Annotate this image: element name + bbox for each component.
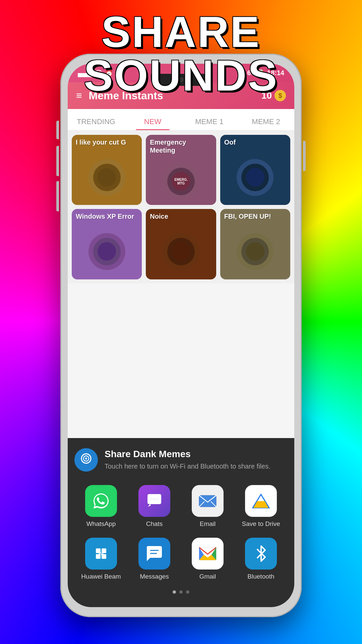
huawei-beam-icon: N xyxy=(85,538,117,570)
tab-bar: TRENDING NEW MEME 1 MEME 2 xyxy=(68,109,294,131)
meme-grid: I like your cut G Emergency Meeting EMER… xyxy=(68,131,294,283)
svg-text:N: N xyxy=(99,549,104,558)
page-dots xyxy=(74,590,288,594)
silent-button xyxy=(56,181,59,211)
share-wifi-bluetooth-icon xyxy=(74,448,98,472)
speaker-5 xyxy=(163,233,199,270)
share-app-bluetooth[interactable]: Bluetooth xyxy=(239,538,283,580)
speaker-1 xyxy=(88,159,125,196)
svg-point-2 xyxy=(85,458,87,460)
dot-3 xyxy=(186,590,189,594)
share-text-block: Share Dank Memes Touch here to turn on W… xyxy=(105,448,270,471)
svg-point-7 xyxy=(150,498,152,500)
speaker-4 xyxy=(88,233,125,270)
share-app-gmail[interactable]: Gmail xyxy=(186,538,230,580)
meme-image-4 xyxy=(72,224,142,279)
email-icon xyxy=(192,485,224,517)
page-title: SHARE SOUNDS xyxy=(0,10,362,97)
volume-down-button xyxy=(56,146,59,176)
meme-title-5: Noice xyxy=(146,209,216,224)
drive-icon xyxy=(245,485,277,517)
svg-point-9 xyxy=(157,498,159,500)
svg-point-8 xyxy=(154,498,156,500)
meme-card-4[interactable]: Windows XP Error xyxy=(72,209,142,279)
power-button xyxy=(303,141,306,171)
whatsapp-label: WhatsApp xyxy=(86,520,116,528)
share-apps-row1: WhatsApp xyxy=(74,485,288,528)
bluetooth-icon xyxy=(245,538,277,570)
meme-title-4: Windows XP Error xyxy=(72,209,142,224)
phone-screen: ▄▄▄ ⏰ ⚡ 68 🔋 18:14 ≡ Meme Instants xyxy=(68,64,294,607)
share-title: Share Dank Memes xyxy=(105,448,270,460)
tab-new[interactable]: NEW xyxy=(124,117,181,130)
messages-label: Messages xyxy=(140,573,169,580)
meme-card-3[interactable]: Oof xyxy=(220,135,290,205)
meme-card-1[interactable]: I like your cut G xyxy=(72,135,142,205)
phone-device: ▄▄▄ ⏰ ⚡ 68 🔋 18:14 ≡ Meme Instants xyxy=(60,54,302,617)
phone-frame: ▄▄▄ ⏰ ⚡ 68 🔋 18:14 ≡ Meme Instants xyxy=(60,54,302,617)
meme-image-2: EMERG. MTG xyxy=(146,158,216,205)
share-app-chats[interactable]: Chats xyxy=(133,485,176,528)
meme-card-6[interactable]: FBI, OPEN UP! xyxy=(220,209,290,279)
share-sheet: Share Dank Memes Touch here to turn on W… xyxy=(68,438,294,607)
meme-title-3: Oof xyxy=(220,135,290,150)
speaker-6 xyxy=(237,233,274,270)
page-title-area: SHARE SOUNDS xyxy=(0,10,362,97)
bluetooth-label: Bluetooth xyxy=(247,573,274,580)
gmail-label: Gmail xyxy=(199,573,216,580)
meme-image-3 xyxy=(220,150,290,205)
huawei-beam-label: Huawei Beam xyxy=(81,573,121,580)
messages-icon xyxy=(138,538,170,570)
meme-image-6 xyxy=(220,224,290,279)
share-header: Share Dank Memes Touch here to turn on W… xyxy=(74,448,288,472)
speaker-2: EMERG. MTG xyxy=(163,163,199,200)
chats-label: Chats xyxy=(146,520,163,528)
meme-image-1 xyxy=(72,150,142,205)
share-app-email[interactable]: Email xyxy=(186,485,230,528)
tab-meme1[interactable]: MEME 1 xyxy=(181,117,238,130)
whatsapp-icon xyxy=(85,485,117,517)
chats-icon xyxy=(138,485,170,517)
meme-title-1: I like your cut G xyxy=(72,135,142,150)
email-label: Email xyxy=(200,520,216,528)
tab-meme2[interactable]: MEME 2 xyxy=(238,117,294,130)
meme-title-2: Emergency Meeting xyxy=(146,135,216,158)
volume-up-button xyxy=(56,121,59,139)
share-app-whatsapp[interactable]: WhatsApp xyxy=(79,485,123,528)
meme-title-6: FBI, OPEN UP! xyxy=(220,209,290,224)
meme-card-5[interactable]: Noice xyxy=(146,209,216,279)
meme-image-5 xyxy=(146,224,216,279)
share-subtitle: Touch here to turn on Wi-Fi and Bluetoot… xyxy=(105,462,270,471)
meme-card-2[interactable]: Emergency Meeting EMERG. MTG xyxy=(146,135,216,205)
gmail-icon xyxy=(192,538,224,570)
share-app-huawei[interactable]: N Huawei Beam xyxy=(79,538,123,580)
share-app-drive[interactable]: Save to Drive xyxy=(239,485,283,528)
share-app-messages[interactable]: Messages xyxy=(133,538,176,580)
tab-trending[interactable]: TRENDING xyxy=(68,117,124,130)
dot-2 xyxy=(179,590,183,594)
dot-1 xyxy=(173,590,176,594)
drive-label: Save to Drive xyxy=(242,520,280,528)
speaker-3 xyxy=(237,159,274,196)
share-apps-row2: N Huawei Beam xyxy=(74,538,288,580)
